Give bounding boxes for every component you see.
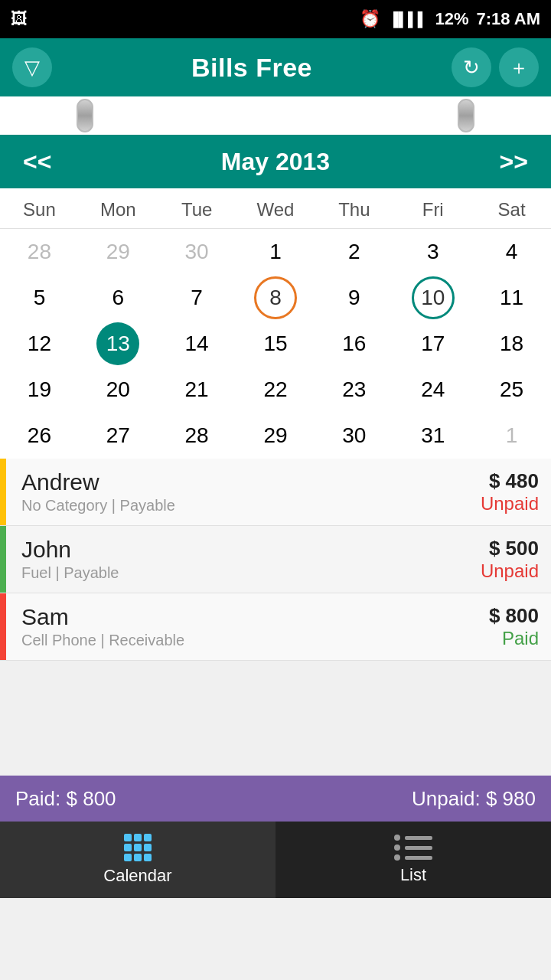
paid-summary: Paid: $ 800 bbox=[15, 787, 116, 811]
bill-info-2: SamCell Phone | Receivable bbox=[15, 604, 489, 649]
day-name-sun: Sun bbox=[0, 188, 79, 228]
cal-cell-w1d3[interactable]: 8 bbox=[236, 275, 315, 321]
cal-cell-w1d2[interactable]: 7 bbox=[158, 275, 236, 321]
cal-cell-w3d6[interactable]: 25 bbox=[472, 367, 551, 413]
unpaid-summary: Unpaid: $ 980 bbox=[412, 787, 536, 811]
bill-item-1[interactable]: JohnFuel | Payable$ 500Unpaid bbox=[0, 526, 551, 593]
day-names-row: SunMonTueWedThuFriSat bbox=[0, 188, 551, 229]
tab-calendar[interactable]: Calendar bbox=[0, 822, 276, 898]
app-title: Bills Free bbox=[191, 53, 312, 83]
cal-cell-w1d0[interactable]: 5 bbox=[0, 275, 79, 321]
bill-amount-area-0: $ 480Unpaid bbox=[481, 469, 539, 514]
cal-cell-w2d6[interactable]: 18 bbox=[472, 321, 551, 367]
tab-list-label: List bbox=[400, 865, 426, 885]
bill-sub-2: Cell Phone | Receivable bbox=[21, 632, 489, 649]
bill-status-2: Paid bbox=[489, 628, 539, 649]
cal-cell-w1d6[interactable]: 11 bbox=[472, 275, 551, 321]
day-name-tue: Tue bbox=[158, 188, 236, 228]
footer-summary: Paid: $ 800 Unpaid: $ 980 bbox=[0, 776, 551, 822]
signal-icon: ▐▌▌▌ bbox=[388, 11, 427, 28]
bill-amount-0: $ 480 bbox=[481, 469, 539, 493]
cal-cell-w2d4[interactable]: 16 bbox=[315, 321, 393, 367]
cal-cell-w1d5[interactable]: 10 bbox=[393, 275, 472, 321]
cal-cell-w2d5[interactable]: 17 bbox=[393, 321, 472, 367]
filter-icon: ▽ bbox=[24, 56, 40, 80]
cal-cell-w4d3[interactable]: 29 bbox=[236, 413, 315, 459]
cal-cell-w4d2[interactable]: 28 bbox=[158, 413, 236, 459]
calendar-header: << May 2013 >> bbox=[0, 135, 551, 188]
bills-list: AndrewNo Category | Payable$ 480UnpaidJo… bbox=[0, 459, 551, 661]
status-bar-right: ⏰ ▐▌▌▌ 12% 7:18 AM bbox=[360, 9, 540, 29]
month-year-label: May 2013 bbox=[221, 148, 330, 176]
cal-cell-w3d2[interactable]: 21 bbox=[158, 367, 236, 413]
cal-cell-w4d0[interactable]: 26 bbox=[0, 413, 79, 459]
cal-cell-w0d0[interactable]: 28 bbox=[0, 229, 79, 275]
scroll-handle-left[interactable] bbox=[77, 99, 93, 132]
day-name-sat: Sat bbox=[472, 188, 551, 228]
day-name-wed: Wed bbox=[236, 188, 315, 228]
bill-name-2: Sam bbox=[21, 604, 489, 630]
scroll-handle-area bbox=[0, 96, 551, 135]
bill-item-2[interactable]: SamCell Phone | Receivable$ 800Paid bbox=[0, 593, 551, 661]
bill-color-bar-2 bbox=[0, 593, 6, 660]
cal-cell-w4d1[interactable]: 27 bbox=[79, 413, 158, 459]
content-spacer bbox=[0, 661, 551, 776]
status-bar-left: 🖼 bbox=[11, 9, 28, 29]
bill-amount-1: $ 500 bbox=[481, 537, 539, 560]
tab-calendar-label: Calendar bbox=[103, 866, 171, 886]
bill-item-0[interactable]: AndrewNo Category | Payable$ 480Unpaid bbox=[0, 459, 551, 526]
add-icon: ＋ bbox=[509, 54, 529, 81]
cal-cell-w0d1[interactable]: 29 bbox=[79, 229, 158, 275]
bill-status-0: Unpaid bbox=[481, 493, 539, 514]
app-header: ▽ Bills Free ↻ ＋ bbox=[0, 38, 551, 96]
bill-name-0: Andrew bbox=[21, 469, 481, 495]
time-label: 7:18 AM bbox=[476, 9, 540, 29]
day-name-mon: Mon bbox=[79, 188, 158, 228]
cal-cell-w0d2[interactable]: 30 bbox=[158, 229, 236, 275]
image-icon: 🖼 bbox=[11, 9, 28, 29]
bill-color-bar-0 bbox=[0, 459, 6, 525]
cal-cell-w0d5[interactable]: 3 bbox=[393, 229, 472, 275]
tab-list[interactable]: List bbox=[276, 822, 551, 898]
bill-color-bar-1 bbox=[0, 526, 6, 593]
prev-month-button[interactable]: << bbox=[15, 145, 59, 179]
add-button[interactable]: ＋ bbox=[499, 47, 539, 87]
cal-cell-w2d0[interactable]: 12 bbox=[0, 321, 79, 367]
cal-cell-w4d6[interactable]: 1 bbox=[472, 413, 551, 459]
filter-button[interactable]: ▽ bbox=[12, 47, 52, 87]
next-month-button[interactable]: >> bbox=[492, 145, 536, 179]
alarm-icon: ⏰ bbox=[360, 9, 380, 29]
refresh-icon: ↻ bbox=[463, 56, 480, 80]
list-icon bbox=[394, 835, 432, 861]
day-name-thu: Thu bbox=[315, 188, 393, 228]
bottom-nav: Calendar List bbox=[0, 822, 551, 898]
cal-cell-w1d1[interactable]: 6 bbox=[79, 275, 158, 321]
calendar-icon bbox=[124, 834, 152, 861]
cal-cell-w2d1[interactable]: 13 bbox=[79, 321, 158, 367]
cal-cell-w2d2[interactable]: 14 bbox=[158, 321, 236, 367]
refresh-button[interactable]: ↻ bbox=[452, 47, 491, 87]
bill-amount-area-1: $ 500Unpaid bbox=[481, 537, 539, 582]
status-bar: 🖼 ⏰ ▐▌▌▌ 12% 7:18 AM bbox=[0, 0, 551, 38]
bill-status-1: Unpaid bbox=[481, 560, 539, 582]
scroll-handle-right[interactable] bbox=[458, 99, 474, 132]
bill-info-0: AndrewNo Category | Payable bbox=[15, 469, 481, 514]
cal-cell-w3d1[interactable]: 20 bbox=[79, 367, 158, 413]
cal-cell-w0d4[interactable]: 2 bbox=[315, 229, 393, 275]
bill-name-1: John bbox=[21, 537, 481, 563]
bill-amount-area-2: $ 800Paid bbox=[489, 604, 539, 649]
cal-cell-w0d6[interactable]: 4 bbox=[472, 229, 551, 275]
cal-cell-w3d0[interactable]: 19 bbox=[0, 367, 79, 413]
battery-label: 12% bbox=[435, 9, 468, 29]
cal-cell-w1d4[interactable]: 9 bbox=[315, 275, 393, 321]
cal-cell-w4d4[interactable]: 30 bbox=[315, 413, 393, 459]
cal-cell-w3d3[interactable]: 22 bbox=[236, 367, 315, 413]
day-name-fri: Fri bbox=[393, 188, 472, 228]
cal-cell-w0d3[interactable]: 1 bbox=[236, 229, 315, 275]
cal-cell-w3d5[interactable]: 24 bbox=[393, 367, 472, 413]
cal-cell-w2d3[interactable]: 15 bbox=[236, 321, 315, 367]
cal-cell-w4d5[interactable]: 31 bbox=[393, 413, 472, 459]
bill-sub-1: Fuel | Payable bbox=[21, 564, 481, 582]
calendar-grid: 2829301234567891011121314151617181920212… bbox=[0, 229, 551, 459]
cal-cell-w3d4[interactable]: 23 bbox=[315, 367, 393, 413]
